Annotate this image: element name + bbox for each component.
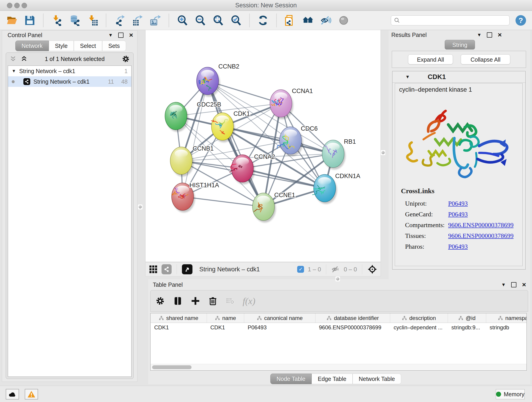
table-row[interactable]: CDK1CDK1P064939606.ENSP00000378699cyclin… (151, 323, 526, 332)
protein-structure-image (402, 97, 516, 184)
export-table-icon[interactable] (132, 14, 143, 26)
collapse-all-icon[interactable] (21, 56, 27, 62)
collapse-all-button[interactable]: Collapse All (461, 54, 510, 64)
tree-expand-icon[interactable]: ▼ (12, 69, 16, 74)
tab-edge-table[interactable]: Edge Table (312, 374, 353, 384)
table-cell[interactable]: P06493 (244, 323, 315, 332)
home-layout-icon[interactable] (302, 14, 314, 26)
column-header-id[interactable]: @id (448, 313, 486, 323)
table-settings-gear-icon[interactable] (156, 296, 165, 306)
network-canvas[interactable]: CCNB2CCNA1CDC25BCDK1CDC6RB1CCNB1CCNA2CDK… (145, 30, 381, 262)
network-collection-row[interactable]: ▼ String Network – cdk1 1 (8, 66, 131, 76)
window-close-button[interactable] (7, 3, 12, 8)
node-label-RB1: RB1 (344, 138, 356, 145)
open-session-icon[interactable] (6, 14, 18, 26)
tab-network[interactable]: Network (15, 41, 49, 51)
show-columns-icon[interactable] (173, 296, 183, 306)
table-cell[interactable]: stringdb:9... (448, 323, 486, 332)
crosslink-value[interactable]: P06493 (448, 200, 468, 207)
panel-collapse-icon[interactable]: ▼ (477, 32, 481, 38)
tab-network-table[interactable]: Network Table (353, 374, 401, 384)
table-cell[interactable]: CDK1 (151, 323, 207, 332)
panel-close-icon[interactable]: × (498, 32, 502, 37)
column-header-name[interactable]: name (207, 313, 244, 323)
table-horizontal-scrollbar[interactable] (151, 364, 526, 370)
tab-string[interactable]: String (445, 40, 475, 50)
help-icon[interactable]: ? (515, 15, 526, 26)
selected-nodes-checkbox[interactable]: ✓ (297, 266, 304, 273)
refresh-icon[interactable] (257, 14, 269, 26)
zoom-fit-icon[interactable] (212, 14, 224, 26)
grid-view-icon[interactable] (149, 265, 158, 274)
bottom-splitter-grip[interactable] (336, 276, 340, 281)
panel-float-icon[interactable] (487, 32, 492, 38)
column-header-databaseidentifier[interactable]: database identifier (315, 313, 390, 323)
string-app-icon (23, 78, 30, 85)
save-session-icon[interactable] (24, 14, 36, 26)
panel-collapse-icon[interactable]: ▼ (501, 282, 506, 287)
left-splitter-grip[interactable] (138, 204, 143, 210)
tab-style[interactable]: Style (49, 41, 74, 51)
cloud-status-button[interactable] (6, 389, 19, 400)
import-network-icon[interactable] (51, 14, 63, 26)
panel-float-icon[interactable] (511, 282, 516, 287)
zoom-in-icon[interactable] (177, 14, 188, 26)
table-cell[interactable]: cyclin–dependent ... (390, 323, 448, 332)
entry-collapse-icon[interactable]: ▼ (405, 74, 410, 80)
crosslink-value[interactable]: 9606.ENSP00000378699 (448, 232, 513, 240)
scrollbar-thumb[interactable] (152, 365, 191, 369)
gear-icon[interactable] (122, 55, 130, 63)
hide-unhide-icon[interactable] (320, 14, 332, 26)
copy-style-icon[interactable] (284, 14, 296, 26)
crosslink-value[interactable]: 9606.ENSP00000378699 (448, 221, 513, 229)
export-network-icon[interactable] (114, 14, 126, 26)
column-header-description[interactable]: description (390, 313, 448, 323)
expand-all-button[interactable]: Expand All (408, 54, 453, 64)
crosslink-label: Pharos: (405, 243, 448, 250)
tab-node-table[interactable]: Node Table (270, 374, 312, 384)
import-table-icon[interactable] (87, 14, 99, 26)
panel-collapse-icon[interactable]: ▼ (108, 32, 113, 38)
panel-close-icon[interactable]: × (522, 282, 526, 287)
column-header-sharedname[interactable]: shared name (151, 313, 207, 323)
search-input[interactable] (400, 17, 507, 24)
zoom-selected-icon[interactable] (230, 14, 242, 26)
add-column-icon[interactable] (191, 296, 200, 306)
search-box[interactable] (391, 15, 510, 26)
memory-button[interactable]: Memory (496, 389, 525, 399)
birds-eye-view-icon[interactable] (182, 264, 192, 274)
crosslink-value[interactable]: P06493 (448, 243, 468, 250)
column-header-canonicalname[interactable]: canonical name (244, 313, 315, 323)
edge-CCNB2-HIST1H1A[interactable] (183, 81, 208, 197)
delete-column-icon[interactable] (208, 296, 217, 306)
main-toolbar: ? (0, 11, 532, 30)
panel-close-icon[interactable]: × (129, 33, 133, 37)
crosslink-value[interactable]: P06493 (448, 211, 468, 218)
hidden-elements-icon[interactable] (331, 265, 340, 274)
window-minimize-button[interactable] (14, 3, 20, 8)
table-cell[interactable]: stringdb (486, 323, 527, 332)
zoom-out-icon[interactable] (194, 14, 206, 26)
column-header-namespace[interactable]: namespace (486, 313, 527, 323)
network-type-icon[interactable] (162, 264, 172, 274)
tab-sets[interactable]: Sets (102, 41, 126, 51)
crosshair-icon[interactable] (367, 264, 377, 274)
panel-float-icon[interactable] (118, 32, 123, 38)
import-database-icon[interactable] (69, 14, 81, 26)
network-row[interactable]: String Network – cdk1 11 48 (8, 76, 131, 87)
table-cell[interactable]: CDK1 (207, 323, 244, 332)
crosslinks-title: CrossLinks (401, 187, 434, 195)
node-label-CDKN1A: CDKN1A (335, 172, 360, 179)
table-cell[interactable]: 9606.ENSP00000378699 (315, 323, 390, 332)
toolbar-separator (326, 264, 326, 274)
edge-count: 48 (121, 78, 128, 85)
node-label-CCNA1: CCNA1 (292, 88, 313, 95)
right-splitter-grip[interactable] (381, 150, 385, 155)
warning-status-button[interactable] (25, 389, 38, 400)
preview-eye-icon[interactable] (338, 14, 350, 26)
network-node-RB1 (322, 140, 346, 170)
export-image-icon[interactable] (149, 14, 161, 26)
tab-select[interactable]: Select (74, 41, 102, 51)
expand-all-icon[interactable] (10, 56, 17, 62)
window-zoom-button[interactable] (22, 3, 27, 8)
